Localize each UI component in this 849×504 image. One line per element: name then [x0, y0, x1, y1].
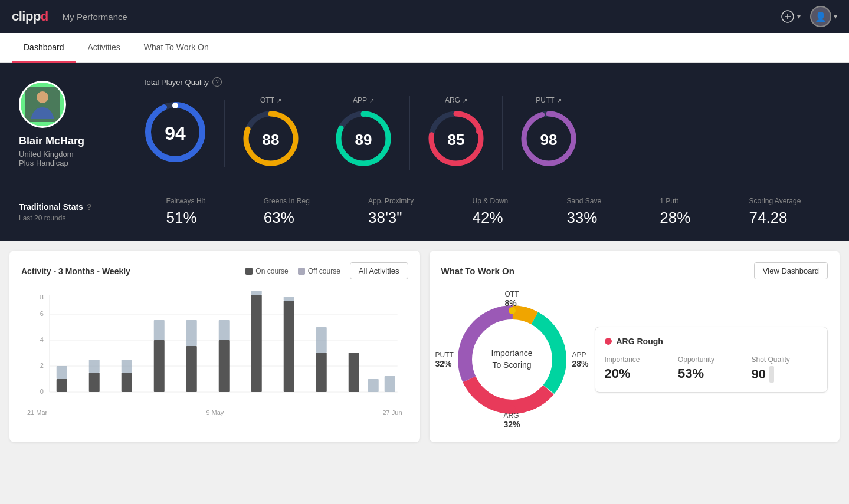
metric-importance: Importance 20% — [605, 355, 671, 383]
donut-label-ott: OTT8% — [505, 290, 519, 308]
svg-rect-36 — [154, 320, 165, 340]
stats-row: Traditional Stats ? Last 20 rounds Fairw… — [19, 185, 830, 227]
view-dashboard-button[interactable]: View Dashboard — [754, 262, 828, 279]
opportunity-label: Opportunity — [678, 355, 745, 364]
stats-sublabel: Last 20 rounds — [19, 214, 137, 222]
svg-rect-32 — [89, 360, 100, 373]
what-to-work-on-card: What To Work On View Dashboard — [430, 251, 840, 442]
tab-bar: Dashboard Activities What To Work On — [0, 33, 849, 63]
importance-label: Importance — [605, 355, 671, 364]
wtwo-title: What To Work On — [441, 266, 514, 276]
gauge-arg: ARG ↗ 85 — [410, 96, 503, 170]
tab-dashboard[interactable]: Dashboard — [12, 33, 76, 63]
avatar: 👤 — [810, 6, 831, 27]
wtwo-content: ImportanceTo Scoring OTT8% APP28% ARG32%… — [441, 289, 828, 430]
stat-oneputt: 1 Putt 28% — [660, 197, 690, 227]
svg-rect-42 — [251, 291, 262, 295]
stat-proximity-value: 38'3" — [368, 209, 402, 227]
gauge-ott-wrap: 88 — [241, 109, 300, 170]
gauges-row: 94 OTT ↗ 88 — [143, 96, 830, 170]
donut-chart: ImportanceTo Scoring OTT8% APP28% ARG32%… — [441, 289, 583, 430]
user-dropdown-arrow: ▾ — [834, 12, 837, 21]
gauge-arg-value: 85 — [448, 131, 465, 149]
legend-on-course: On course — [245, 267, 288, 275]
player-handicap: Plus Handicap — [19, 159, 68, 167]
x-label-1: 21 Mar — [27, 409, 47, 416]
tab-what-to-work-on[interactable]: What To Work On — [132, 33, 221, 63]
bar-chart-area: 0 2 4 6 8 — [21, 289, 408, 407]
shot-quality-container: 90 — [752, 366, 818, 383]
legend-off-course-dot — [298, 268, 305, 275]
stat-oneputt-value: 28% — [660, 209, 690, 227]
svg-text:2: 2 — [40, 362, 44, 369]
quality-label: Total Player Quality ? — [143, 77, 830, 87]
stat-proximity: App. Proximity 38'3" — [368, 197, 414, 227]
hero-section: Blair McHarg United Kingdom Plus Handica… — [0, 63, 849, 241]
player-avatar — [19, 81, 66, 128]
red-dot-icon — [605, 338, 612, 345]
stat-updown-value: 42% — [473, 209, 503, 227]
gauge-main-value: 94 — [165, 123, 186, 144]
donut-center-label: ImportanceTo Scoring — [491, 348, 532, 371]
stat-updown-label: Up & Down — [473, 197, 509, 205]
svg-rect-30 — [57, 366, 67, 379]
opportunity-value: 53% — [678, 366, 745, 381]
stat-updown: Up & Down 42% — [473, 197, 509, 227]
svg-rect-31 — [89, 373, 100, 392]
stat-proximity-label: App. Proximity — [368, 197, 414, 205]
gauge-app-label: APP ↗ — [353, 96, 374, 104]
svg-rect-46 — [316, 327, 327, 353]
svg-rect-35 — [154, 340, 165, 392]
stat-oneputt-label: 1 Putt — [660, 197, 678, 205]
svg-point-12 — [361, 112, 366, 117]
svg-point-55 — [509, 307, 516, 314]
logo: clippd My Performance — [12, 9, 127, 24]
donut-label-arg: ARG32% — [503, 411, 520, 429]
svg-rect-29 — [57, 379, 67, 392]
shot-quality-label: Shot Quality — [752, 355, 818, 364]
stats-help-icon[interactable]: ? — [87, 202, 92, 212]
user-menu[interactable]: 👤 ▾ — [810, 6, 837, 27]
activity-chart-card: Activity - 3 Months - Weekly On course O… — [9, 251, 420, 442]
gauge-putt-wrap: 98 — [519, 109, 578, 170]
gauge-main-wrap: 94 — [143, 100, 208, 167]
wtwo-header: What To Work On View Dashboard — [441, 262, 828, 279]
stats-label-col: Traditional Stats ? Last 20 rounds — [19, 202, 137, 222]
svg-text:8: 8 — [40, 294, 44, 301]
chart-legend: On course Off course — [245, 267, 340, 275]
add-button[interactable]: ▾ — [781, 9, 801, 24]
stat-sandsave: Sand Save 33% — [566, 197, 601, 227]
svg-rect-44 — [284, 297, 294, 301]
info-box-title: ARG Rough — [605, 337, 818, 346]
donut-label-app: APP28% — [572, 351, 588, 368]
gauge-ott-value: 88 — [263, 131, 280, 149]
stat-scoring-value: 74.28 — [749, 209, 788, 227]
svg-point-58 — [461, 373, 468, 380]
svg-rect-49 — [385, 376, 395, 392]
gauge-putt: PUTT ↗ 98 — [503, 96, 595, 170]
top-nav: clippd My Performance ▾ 👤 ▾ — [0, 0, 849, 33]
all-activities-button[interactable]: All Activities — [350, 262, 408, 279]
svg-rect-48 — [368, 379, 379, 392]
stat-scoring-label: Scoring Average — [749, 197, 801, 205]
gauge-main: 94 — [143, 100, 225, 167]
quality-section: Total Player Quality ? 94 — [143, 77, 830, 170]
chart-title: Activity - 3 Months - Weekly — [21, 266, 130, 276]
player-name: Blair McHarg — [19, 135, 84, 147]
chart-x-labels: 21 Mar 9 May 27 Jun — [21, 409, 408, 416]
info-box: ARG Rough Importance 20% Opportunity 53%… — [595, 327, 828, 393]
tab-activities[interactable]: Activities — [76, 33, 132, 63]
quality-help-icon[interactable]: ? — [212, 77, 222, 87]
stat-fairways-value: 51% — [166, 209, 197, 227]
nav-right: ▾ 👤 ▾ — [781, 6, 837, 27]
svg-text:0: 0 — [40, 388, 44, 395]
stat-sandsave-value: 33% — [566, 209, 597, 227]
gauge-putt-label: PUTT ↗ — [536, 96, 561, 104]
svg-point-18 — [548, 111, 552, 116]
gauge-arg-wrap: 85 — [427, 109, 486, 170]
chart-header: Activity - 3 Months - Weekly On course O… — [21, 262, 408, 279]
legend-off-course: Off course — [298, 267, 340, 275]
stat-scoring: Scoring Average 74.28 — [749, 197, 801, 227]
svg-rect-45 — [316, 353, 327, 392]
svg-rect-39 — [219, 340, 230, 392]
